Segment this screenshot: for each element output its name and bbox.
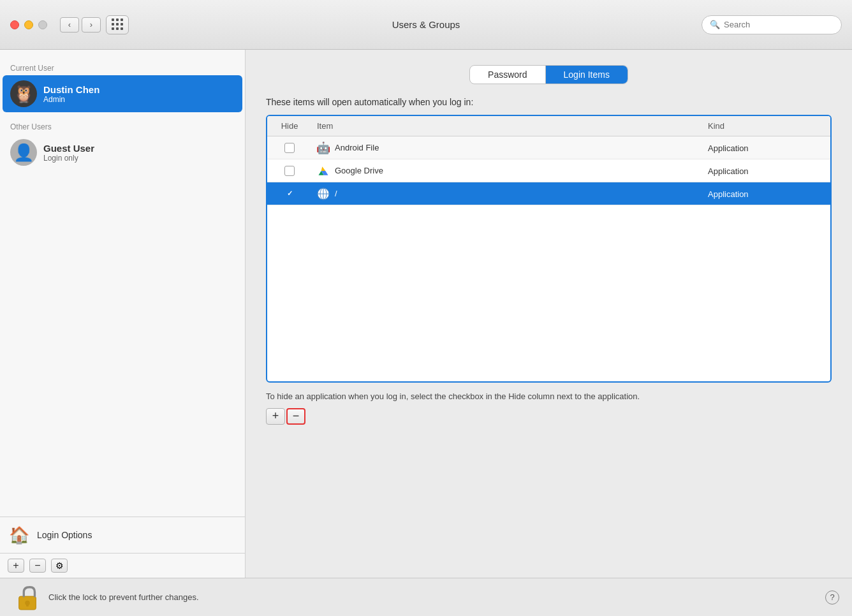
tab-password[interactable]: Password — [470, 66, 545, 84]
lock-button[interactable] — [13, 583, 42, 612]
bottom-buttons: + − — [266, 408, 832, 425]
traffic-lights — [10, 20, 47, 29]
other-users-label: Other Users — [0, 119, 245, 134]
tab-group: Password Login Items — [469, 65, 628, 84]
footer-bar: Click the lock to prevent further change… — [0, 578, 852, 616]
current-user-item[interactable]: 🦉 Dustin Chen Admin — [3, 75, 242, 112]
table-row[interactable]: 🤖 Android File Application — [267, 136, 830, 159]
description-text: These items will open automatically when… — [266, 97, 832, 107]
item-kind: Application — [708, 143, 749, 153]
search-box: 🔍 — [701, 15, 842, 34]
guest-user-item[interactable]: 👤 Guest User Login only — [3, 134, 242, 171]
hide-checkbox[interactable] — [284, 143, 295, 153]
guest-user-name: Guest User — [43, 143, 94, 154]
window-title: Users & Groups — [392, 19, 460, 30]
settings-button[interactable]: ⚙ — [51, 559, 68, 573]
maximize-button[interactable] — [38, 20, 47, 29]
table-row[interactable]: / Application — [267, 182, 830, 205]
user-name: Dustin Chen — [43, 84, 99, 95]
grid-dots-icon — [112, 18, 124, 31]
items-table: Hide Item Kind 🤖 Android File Applicatio… — [266, 115, 832, 383]
titlebar: ‹ › Users & Groups 🔍 — [0, 0, 852, 50]
sidebar: Current User 🦉 Dustin Chen Admin Other U… — [0, 50, 246, 578]
help-button[interactable]: ? — [825, 590, 839, 605]
nav-buttons: ‹ › — [60, 17, 101, 33]
footer-text: Click the lock to prevent further change… — [48, 592, 199, 602]
avatar: 👤 — [10, 139, 37, 166]
person-avatar-icon: 👤 — [13, 143, 34, 163]
hide-checkbox[interactable] — [284, 189, 295, 199]
user-role: Admin — [43, 95, 99, 104]
tabs-row: Password Login Items — [266, 65, 832, 84]
remove-item-button[interactable]: − — [286, 408, 305, 425]
house-icon: 🏠 — [8, 524, 31, 546]
table-header: Hide Item Kind — [267, 116, 830, 136]
grid-view-button[interactable] — [106, 15, 129, 34]
back-button[interactable]: ‹ — [60, 17, 79, 33]
remove-user-button[interactable]: − — [29, 559, 46, 573]
guest-user-role: Login only — [43, 154, 94, 163]
search-icon: 🔍 — [710, 20, 720, 29]
svg-marker-2 — [321, 166, 326, 171]
hide-checkbox[interactable] — [284, 166, 295, 176]
item-kind: Application — [708, 166, 749, 176]
col-hide-header: Hide — [267, 120, 312, 132]
table-row[interactable]: Google Drive Application — [267, 159, 830, 182]
search-input[interactable] — [724, 20, 834, 29]
hide-cell — [267, 166, 312, 176]
login-options-label: Login Options — [37, 530, 92, 540]
owl-avatar-icon: 🦉 — [13, 84, 34, 104]
globe-icon — [317, 187, 330, 200]
item-name: / — [335, 189, 337, 198]
kind-cell: Application — [703, 142, 830, 154]
guest-user-info: Guest User Login only — [43, 143, 94, 163]
item-name: Google Drive — [335, 166, 383, 175]
item-cell: / — [312, 187, 703, 200]
tab-login-items[interactable]: Login Items — [546, 66, 628, 84]
hide-cell — [267, 189, 312, 199]
android-icon: 🤖 — [317, 142, 330, 154]
sidebar-bottom: + − ⚙ — [0, 553, 245, 578]
add-user-button[interactable]: + — [8, 559, 24, 573]
item-cell: Google Drive — [312, 165, 703, 177]
user-info: Dustin Chen Admin — [43, 84, 99, 104]
col-kind-header: Kind — [703, 120, 830, 132]
login-options-item[interactable]: 🏠 Login Options — [0, 517, 245, 553]
item-name: Android File — [335, 143, 379, 152]
minimize-button[interactable] — [24, 20, 33, 29]
google-drive-icon — [317, 165, 330, 177]
forward-button[interactable]: › — [82, 17, 101, 33]
main-content: Current User 🦉 Dustin Chen Admin Other U… — [0, 50, 852, 578]
close-button[interactable] — [10, 20, 19, 29]
hint-text: To hide an application when you log in, … — [266, 390, 832, 403]
kind-cell: Application — [703, 165, 830, 177]
add-item-button[interactable]: + — [266, 408, 285, 425]
item-cell: 🤖 Android File — [312, 142, 703, 154]
current-user-label: Current User — [0, 60, 245, 75]
kind-cell: Application — [703, 188, 830, 200]
hide-cell — [267, 143, 312, 153]
right-panel: Password Login Items These items will op… — [246, 50, 852, 578]
svg-rect-10 — [26, 603, 29, 606]
avatar: 🦉 — [10, 80, 37, 107]
lock-icon — [16, 584, 39, 611]
item-kind: Application — [708, 189, 749, 199]
col-item-header: Item — [312, 120, 703, 132]
